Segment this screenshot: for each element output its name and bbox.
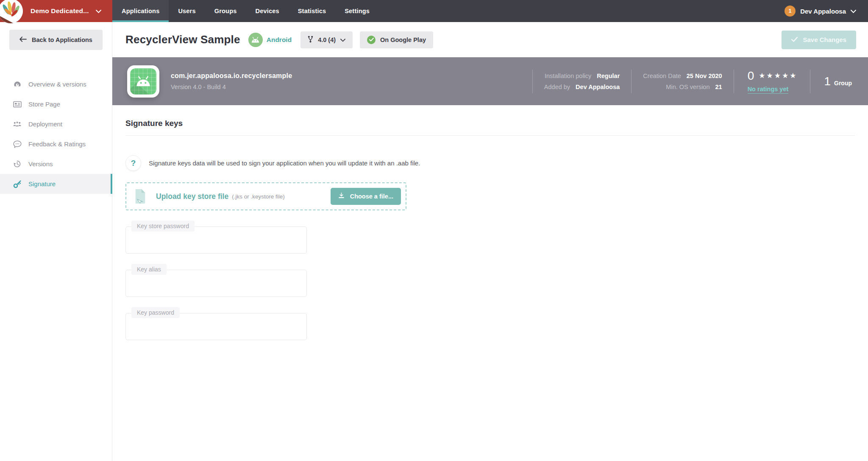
platform-badge: Android (248, 33, 292, 47)
field-key-alias: Key alias (125, 270, 307, 297)
app-header: RecyclerView Sample Android (112, 22, 868, 57)
package-name: com.jer.appaloosa.io.recyclersample (171, 72, 292, 80)
key-icon (13, 180, 22, 188)
groups-summary: 1 Group (810, 75, 868, 88)
history-icon (13, 160, 22, 168)
version-dropdown[interactable]: 4.0 (4) (300, 31, 353, 48)
tab-users[interactable]: Users (169, 0, 205, 22)
platform-name: Android (267, 36, 292, 44)
rating-summary: 0 ★★★★★ No ratings yet (734, 69, 810, 94)
check-circle-icon (367, 36, 376, 44)
section-title: Signature keys (125, 119, 855, 136)
organization-name: Demo Dedicated... (31, 7, 89, 15)
app-icon (127, 65, 159, 98)
sidebar-item-deployment[interactable]: Deployment (0, 114, 112, 134)
file-upload-icon (134, 188, 147, 204)
header-sidebar-area: Back to Applications (0, 22, 112, 57)
sidebar-item-versions[interactable]: Versions (0, 154, 112, 174)
store-card-icon (13, 101, 22, 108)
upload-title: Upload key store file (156, 192, 228, 201)
meta-column-right: Creation Date 25 Nov 2020 Min. OS versio… (632, 73, 733, 90)
android-icon (248, 33, 263, 47)
signature-key-form: Key store password Key alias Key passwor… (125, 226, 855, 340)
chevron-down-icon (851, 7, 856, 15)
choose-file-button[interactable]: Choose a file... (331, 188, 401, 205)
help-note: ? Signature keys data will be used to si… (125, 155, 855, 171)
field-label: Key alias (131, 264, 167, 275)
sidebar-item-store-page[interactable]: Store Page (0, 94, 112, 114)
download-icon (338, 193, 345, 200)
tab-settings[interactable]: Settings (335, 0, 379, 22)
help-question-icon: ? (125, 155, 141, 171)
field-label: Key store password (131, 221, 195, 232)
meta-min-os-version: Min. OS version 21 (643, 84, 722, 90)
users-group-icon (13, 121, 22, 128)
app-page: Demo Dedicated... Applications Users Gro… (0, 0, 868, 461)
meta-installation-policy: Installation policy Regular (544, 73, 620, 79)
main-nav-tabs: Applications Users Groups Devices Statis… (112, 0, 379, 22)
top-navigation-bar: Demo Dedicated... Applications Users Gro… (0, 0, 868, 22)
branch-icon (308, 36, 313, 44)
appaloosa-logo-icon (0, 0, 23, 23)
save-changes-button[interactable]: Save Changes (782, 31, 856, 49)
help-text: Signature keys data will be used to sign… (149, 159, 420, 167)
rating-score: 0 (748, 69, 754, 83)
field-label: Key password (131, 307, 180, 318)
android-robot-icon (130, 68, 156, 95)
user-avatar-badge: 1 (785, 6, 796, 17)
tab-devices[interactable]: Devices (246, 0, 289, 22)
meta-column-left: Installation policy Regular Added by Dev… (533, 73, 632, 90)
package-info: com.jer.appaloosa.io.recyclersample Vers… (171, 72, 292, 90)
gauge-icon (13, 80, 22, 89)
on-google-play-badge[interactable]: On Google Play (360, 31, 433, 48)
no-ratings-link[interactable]: No ratings yet (748, 86, 789, 94)
version-value: 4.0 (4) (318, 36, 336, 43)
tab-applications[interactable]: Applications (112, 0, 169, 22)
chevron-down-icon (340, 36, 345, 43)
meta-added-by: Added by Dev Appaloosa (544, 84, 620, 90)
version-build-line: Version 4.0 - Build 4 (171, 84, 292, 90)
group-count: 1 (824, 75, 831, 88)
tab-statistics[interactable]: Statistics (289, 0, 335, 22)
page-title: RecyclerView Sample (125, 33, 240, 46)
back-to-applications-button[interactable]: Back to Applications (9, 30, 103, 50)
keystore-upload-dropzone[interactable]: Upload key store file (.jks or .keystore… (125, 182, 406, 210)
app-sidebar-nav: Overview & versions Store Page (0, 57, 112, 461)
chevron-down-icon (96, 7, 101, 15)
user-name: Dev Appaloosa (800, 8, 846, 15)
check-icon (791, 36, 798, 43)
speech-bubble-icon (13, 140, 22, 148)
rating-stars-icon: ★★★★★ (759, 71, 797, 80)
app-info-bar: com.jer.appaloosa.io.recyclersample Vers… (112, 57, 868, 105)
group-label: Group (834, 80, 852, 87)
user-account-menu[interactable]: 1 Dev Appaloosa (773, 0, 868, 22)
sidebar-item-signature[interactable]: Signature (0, 174, 112, 194)
tab-groups[interactable]: Groups (205, 0, 246, 22)
sidebar-item-feedback-ratings[interactable]: Feedback & Ratings (0, 134, 112, 154)
signature-keys-section: Signature keys ? Signature keys data wil… (112, 105, 868, 461)
meta-creation-date: Creation Date 25 Nov 2020 (643, 73, 722, 79)
upload-hint: (.jks or .keystore file) (232, 193, 285, 200)
organization-switcher[interactable]: Demo Dedicated... (0, 0, 112, 22)
arrow-left-icon (19, 36, 27, 43)
sidebar-item-overview-versions[interactable]: Overview & versions (0, 74, 112, 94)
field-key-store-password: Key store password (125, 226, 307, 254)
field-key-password: Key password (125, 313, 307, 340)
